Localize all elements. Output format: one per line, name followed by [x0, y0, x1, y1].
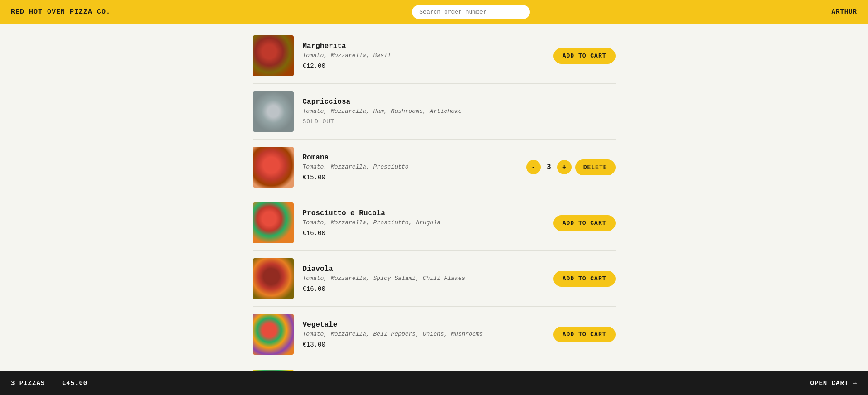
pizza-name: Diavola — [303, 265, 544, 273]
pizza-ingredients: Tomato, Mozzarella, Prosciutto, Arugula — [303, 219, 544, 226]
pizza-info: MargheritaTomato, Mozzarella, Basil€12.0… — [303, 42, 544, 70]
cart-summary: 3 PIZZAS €45.00 — [11, 380, 87, 387]
cart-total: €45.00 — [62, 380, 87, 387]
site-logo: RED HOT OVEN PIZZA CO. — [11, 8, 111, 16]
decrease-quantity-button[interactable]: - — [526, 160, 541, 174]
pizza-image — [253, 258, 294, 299]
pizza-price: €12.00 — [303, 63, 544, 70]
pizza-price: €16.00 — [303, 285, 544, 293]
pizza-ingredients: Tomato, Mozzarella, Spicy Salami, Chili … — [303, 275, 544, 282]
pizza-image — [253, 147, 294, 188]
add-to-cart-button[interactable]: ADD TO CART — [553, 271, 616, 287]
pizza-action: ADD TO CART — [553, 271, 616, 287]
pizza-ingredients: Tomato, Mozzarella, Bell Peppers, Onions… — [303, 331, 544, 337]
increase-quantity-button[interactable]: + — [557, 160, 572, 174]
pizza-price: €15.00 — [303, 174, 517, 181]
pizza-action: ADD TO CART — [553, 327, 616, 342]
list-item: DiavolaTomato, Mozzarella, Spicy Salami,… — [253, 251, 616, 307]
add-to-cart-button[interactable]: ADD TO CART — [553, 327, 616, 342]
search-container — [412, 5, 530, 19]
sold-out-label: SOLD OUT — [303, 118, 606, 125]
pizza-ingredients: Tomato, Mozzarella, Prosciutto — [303, 164, 517, 170]
pizza-name: Romana — [303, 154, 517, 162]
pizza-price: €13.00 — [303, 341, 544, 348]
pizza-action: ADD TO CART — [553, 215, 616, 231]
cart-count: 3 PIZZAS — [11, 380, 45, 387]
pizza-image — [253, 202, 294, 243]
pizza-price: €16.00 — [303, 230, 544, 237]
search-input[interactable] — [412, 5, 530, 19]
list-item: VegetaleTomato, Mozzarella, Bell Peppers… — [253, 307, 616, 362]
pizza-ingredients: Tomato, Mozzarella, Ham, Mushrooms, Arti… — [303, 108, 606, 115]
pizza-info: DiavolaTomato, Mozzarella, Spicy Salami,… — [303, 265, 544, 293]
pizza-info: CapricciosaTomato, Mozzarella, Ham, Mush… — [303, 98, 606, 125]
pizza-action: ADD TO CART — [553, 48, 616, 64]
list-item: MargheritaTomato, Mozzarella, Basil€12.0… — [253, 28, 616, 84]
pizza-list: MargheritaTomato, Mozzarella, Basil€12.0… — [253, 24, 616, 395]
pizza-name: Vegetale — [303, 321, 544, 329]
pizza-image — [253, 35, 294, 76]
pizza-name: Prosciutto e Rucola — [303, 209, 544, 217]
pizza-info: Prosciutto e RucolaTomato, Mozzarella, P… — [303, 209, 544, 237]
user-name: ARTHUR — [832, 8, 857, 15]
list-item: CapricciosaTomato, Mozzarella, Ham, Mush… — [253, 84, 616, 140]
header: RED HOT OVEN PIZZA CO. ARTHUR — [0, 0, 868, 24]
list-item: Prosciutto e RucolaTomato, Mozzarella, P… — [253, 195, 616, 251]
pizza-name: Margherita — [303, 42, 544, 50]
delete-button[interactable]: DELETE — [575, 159, 616, 175]
open-cart-button[interactable]: OPEN CART → — [810, 380, 857, 387]
cart-bar: 3 PIZZAS €45.00 OPEN CART → — [0, 371, 868, 395]
list-item: RomanaTomato, Mozzarella, Prosciutto€15.… — [253, 140, 616, 195]
pizza-action: -3+DELETE — [526, 159, 616, 175]
quantity-display: 3 — [544, 163, 553, 171]
add-to-cart-button[interactable]: ADD TO CART — [553, 48, 616, 64]
pizza-info: RomanaTomato, Mozzarella, Prosciutto€15.… — [303, 154, 517, 181]
pizza-image — [253, 314, 294, 355]
add-to-cart-button[interactable]: ADD TO CART — [553, 215, 616, 231]
pizza-info: VegetaleTomato, Mozzarella, Bell Peppers… — [303, 321, 544, 348]
pizza-name: Capricciosa — [303, 98, 606, 106]
pizza-image — [253, 91, 294, 132]
pizza-ingredients: Tomato, Mozzarella, Basil — [303, 52, 544, 59]
